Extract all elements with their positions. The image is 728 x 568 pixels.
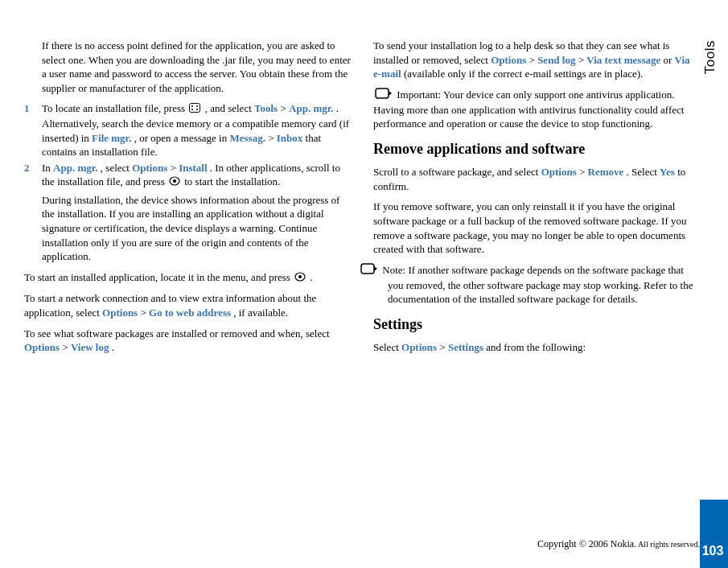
remove-text-a: Scroll to a software package, and select bbox=[373, 166, 541, 178]
link-inbox: Inbox bbox=[277, 132, 303, 144]
svg-rect-0 bbox=[190, 104, 200, 113]
svg-point-1 bbox=[191, 105, 193, 107]
link-install: Install bbox=[179, 162, 207, 174]
gt: > bbox=[578, 54, 587, 66]
or: or bbox=[663, 54, 674, 66]
left-column: If there is no access point defined for … bbox=[24, 39, 351, 544]
link-yes: Yes bbox=[660, 166, 675, 178]
heading-remove: Remove applications and software bbox=[373, 139, 700, 158]
scroll-key-icon-2 bbox=[294, 271, 306, 286]
footer: Copyright © 2006 Nokia. All rights reser… bbox=[537, 538, 700, 550]
menu-key-icon bbox=[189, 102, 200, 117]
step-1-text-a: To locate an installation file, press bbox=[42, 102, 187, 114]
remove-text-b: . Select bbox=[627, 166, 660, 178]
link-file-mgr: File mgr. bbox=[92, 132, 131, 144]
link-app-mgr: App. mgr. bbox=[289, 102, 334, 114]
page-number-stripe bbox=[700, 0, 728, 568]
right-column: To send your installation log to a help … bbox=[373, 39, 700, 544]
svg-point-2 bbox=[196, 105, 198, 107]
step-1-text-d: , or open a message in bbox=[134, 132, 230, 144]
note-text: Note: If another software package depend… bbox=[382, 264, 693, 306]
page-content: If there is no access point defined for … bbox=[0, 0, 728, 568]
important-text: Important: Your device can only support … bbox=[373, 88, 684, 130]
gt: > bbox=[280, 102, 289, 114]
gt: > bbox=[140, 307, 149, 319]
link-options: Options bbox=[132, 162, 167, 174]
viewlog-text-a: To see what software packages are instal… bbox=[24, 327, 330, 340]
link-send-log: Send log bbox=[537, 54, 575, 66]
remove-consequence: If you remove software, you can only rei… bbox=[373, 200, 700, 256]
settings-paragraph: Select Options > Settings and from the f… bbox=[373, 340, 700, 355]
scroll-key-icon bbox=[169, 175, 180, 190]
viewlog-text-b: . bbox=[112, 341, 114, 353]
step-2-marker: 2 bbox=[24, 161, 30, 175]
gt: > bbox=[268, 132, 277, 144]
link-messag: Messag. bbox=[229, 132, 265, 144]
settings-text-b: and from the following: bbox=[486, 341, 586, 353]
heading-settings: Settings bbox=[373, 315, 700, 334]
link-tools: Tools bbox=[254, 102, 278, 114]
start-app-text-a: To start an installed application, locat… bbox=[24, 271, 293, 283]
link-via-text: Via text message bbox=[586, 54, 660, 66]
start-app-text-b: . bbox=[310, 271, 312, 283]
svg-rect-9 bbox=[376, 88, 389, 98]
step-2-text-b: , select bbox=[101, 162, 132, 174]
gt: > bbox=[579, 166, 588, 178]
intro-paragraph: If there is no access point defined for … bbox=[24, 39, 351, 95]
gt: > bbox=[62, 341, 71, 353]
network-paragraph: To start a network connection and to vie… bbox=[24, 291, 351, 319]
svg-point-6 bbox=[173, 179, 176, 183]
link-remove: Remove bbox=[588, 166, 624, 178]
page-number: 103 bbox=[700, 544, 726, 558]
step-2-text-e: During installation, the device shows in… bbox=[42, 194, 339, 262]
link-view-log: View log bbox=[71, 341, 109, 353]
step-1-text-b: , and select bbox=[205, 102, 254, 114]
link-goto-web: Go to web address bbox=[149, 307, 231, 319]
gt: > bbox=[439, 341, 448, 353]
link-settings: Settings bbox=[448, 341, 483, 353]
note-paragraph: Note: If another software package depend… bbox=[373, 263, 700, 307]
svg-rect-10 bbox=[361, 264, 374, 274]
settings-text-a: Select bbox=[373, 341, 401, 353]
step-2: 2 In App. mgr. , select Options > Instal… bbox=[24, 161, 351, 264]
step-1: 1 To locate an installation file, press … bbox=[24, 101, 351, 158]
sendlog-text-b: (available only if the correct e-mail se… bbox=[404, 68, 643, 80]
link-options-6: Options bbox=[401, 341, 437, 353]
svg-point-3 bbox=[191, 109, 193, 110]
note-icon bbox=[375, 263, 378, 278]
sendlog-paragraph: To send your installation log to a help … bbox=[373, 39, 700, 81]
copyright-main: Copyright © 2006 Nokia. bbox=[537, 538, 636, 549]
start-app-paragraph: To start an installed application, locat… bbox=[24, 270, 351, 286]
step-2-text-a: In bbox=[42, 162, 53, 174]
important-note: Important: Your device can only support … bbox=[373, 88, 700, 131]
remove-paragraph: Scroll to a software package, and select… bbox=[373, 165, 700, 193]
svg-point-8 bbox=[298, 275, 302, 278]
link-options-4: Options bbox=[491, 54, 526, 66]
network-text-b: , if available. bbox=[233, 307, 288, 319]
gt: > bbox=[529, 54, 538, 66]
section-label: Tools bbox=[702, 40, 718, 74]
copyright-sub: All rights reserved. bbox=[636, 540, 700, 549]
svg-point-4 bbox=[196, 109, 198, 110]
gt: > bbox=[171, 162, 179, 174]
viewlog-paragraph: To see what software packages are instal… bbox=[24, 327, 351, 355]
link-options-3: Options bbox=[24, 341, 60, 353]
link-app-mgr-2: App. mgr. bbox=[53, 162, 98, 174]
step-1-marker: 1 bbox=[24, 101, 30, 116]
step-2-text-d: to start the installation. bbox=[184, 175, 280, 187]
link-options-5: Options bbox=[541, 166, 577, 178]
important-icon bbox=[375, 88, 393, 103]
link-options-2: Options bbox=[102, 307, 138, 319]
